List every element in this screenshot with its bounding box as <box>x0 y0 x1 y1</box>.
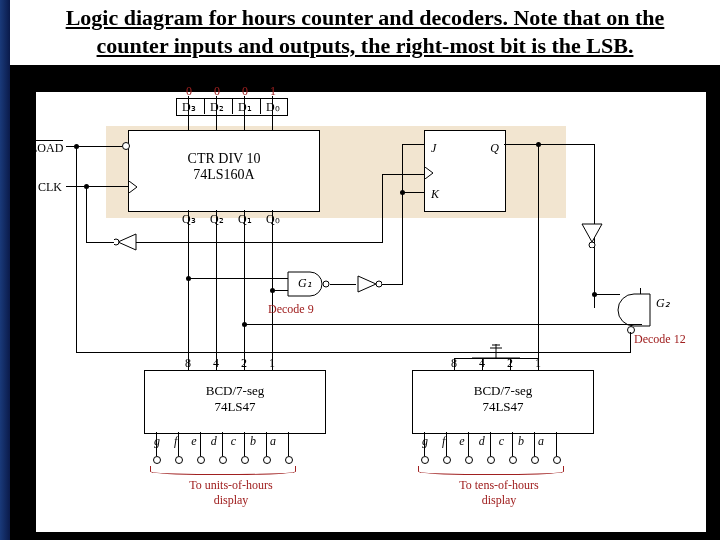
w8-units: 8 <box>185 356 191 371</box>
svg-marker-3 <box>358 276 376 292</box>
tens-caption: To tens-of-hours display <box>444 478 554 508</box>
units-caption: To units-of-hours display <box>176 478 286 508</box>
q1-label: Q₁ <box>238 212 252 227</box>
logic-diagram: 0 0 0 1 D₃ D₂ D₁ D₀ CTR DIV 10 74LS160A … <box>36 92 706 532</box>
decode12-label: Decode 12 <box>634 332 686 347</box>
g1-label: G₁ <box>298 276 312 291</box>
w4-tens: 4 <box>479 356 485 371</box>
jk-flipflop: J K Q <box>424 130 506 212</box>
decoder-tens: BCD/7-seg 74LS47 <box>412 370 594 434</box>
inverter-icon <box>356 274 382 294</box>
page-title: Logic diagram for hours counter and deco… <box>10 0 720 65</box>
preset-d2: 0 <box>214 84 220 99</box>
inverter-icon <box>114 232 140 252</box>
q0-label: Q₀ <box>266 212 280 227</box>
w1-tens: 1 <box>535 356 541 371</box>
w8-tens: 8 <box>451 356 457 371</box>
q2-label: Q₂ <box>210 212 224 227</box>
w4-units: 4 <box>213 356 219 371</box>
svg-point-2 <box>323 281 329 287</box>
decoder-units: BCD/7-seg 74LS47 <box>144 370 326 434</box>
g2-label: G₂ <box>656 296 670 311</box>
clk-label: CLK <box>38 180 62 195</box>
inverter-icon <box>580 222 606 248</box>
load-label: LOAD <box>30 140 63 156</box>
preset-d0: 1 <box>270 84 276 99</box>
preset-d1: 0 <box>242 84 248 99</box>
svg-point-1 <box>114 239 119 245</box>
q3-label: Q₃ <box>182 212 196 227</box>
w1-units: 1 <box>269 356 275 371</box>
w2-units: 2 <box>241 356 247 371</box>
counter-74ls160a: CTR DIV 10 74LS160A <box>128 130 320 212</box>
svg-marker-5 <box>582 224 602 242</box>
w2-tens: 2 <box>507 356 513 371</box>
decode9-label: Decode 9 <box>268 302 314 317</box>
svg-marker-0 <box>118 234 136 250</box>
preset-d3: 0 <box>186 84 192 99</box>
